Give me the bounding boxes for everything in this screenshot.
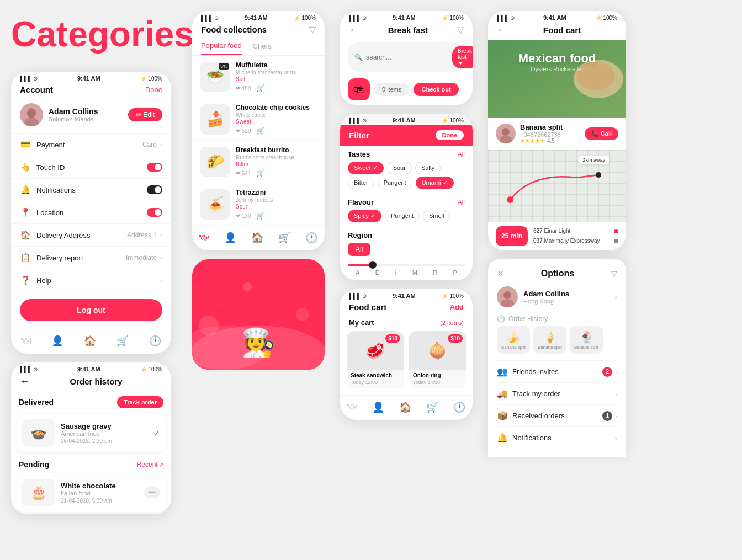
payment-menu-item[interactable]: 💳 Payment Card › [11,133,171,156]
friends-invites-item[interactable]: 👥 Friends invites 2 › [497,360,617,382]
bf-options-icon[interactable]: ▽ [457,25,464,35]
fc-nav-history-icon[interactable]: 🕐 [305,232,317,244]
tastes-all[interactable]: All [458,151,465,158]
tab-popular-food[interactable]: Popular food [201,41,242,55]
cart-bag-icon[interactable]: 🛍 [348,78,370,100]
region-slider[interactable] [348,264,465,266]
bf-back-arrow[interactable]: ← [349,24,359,36]
chip-sour[interactable]: Sour [387,162,412,174]
food-item-muffuletta[interactable]: 🥗 5% Muffuletta Michelin star restaurant… [192,56,325,98]
nav-history-icon[interactable]: 🕐 [149,335,161,347]
order-item-image: 🍲 [22,419,55,447]
order-thumb-1[interactable]: 🍌 Banana split [497,326,530,354]
back-arrow[interactable]: ← [20,376,30,387]
pending-item-chocolate[interactable]: 🎂 White chocolate Italian food 21-04-201… [17,473,166,512]
filter-chip[interactable]: Break fast ▼ [452,46,473,68]
region-letters: A E I M R P [348,269,465,276]
region-m[interactable]: M [412,269,417,276]
call-button[interactable]: 📞 Call [585,127,618,140]
map-back-arrow[interactable]: ← [497,24,507,36]
notifications-options-item[interactable]: 🔔 Notifications › [497,426,617,449]
nav-food-icon[interactable]: 🍽 [21,335,31,347]
region-p[interactable]: P [453,269,457,276]
chip-smell[interactable]: Smell [423,210,451,222]
region-a[interactable]: A [356,269,359,276]
notifications-menu-item[interactable]: 🔔 Notifications [11,178,171,201]
add-to-cart-icon-4[interactable]: 🛒 [256,212,264,220]
chip-salty[interactable]: Salty [415,162,441,174]
nav-cart-icon[interactable]: 🛒 [116,335,129,347]
delivery-address-menu-item[interactable]: 🏠 Delivery Address Address 1 › [11,223,171,246]
touchid-toggle[interactable] [147,163,162,172]
user-name: Adam Collins [49,107,98,116]
order-item-sausage[interactable]: 🍲 Sausage gravy American food 16-04-2018… [17,414,166,452]
fcs-nav-history-icon[interactable]: 🕐 [453,401,465,413]
options-user-row[interactable]: Adam Collins Hong Kong › [497,286,617,307]
all-region-button[interactable]: All [348,243,370,256]
chip-spicy[interactable]: Spicy ✓ [348,210,381,222]
fcs-nav-profile-icon[interactable]: 👤 [372,401,384,413]
options-menu-icon[interactable]: ▽ [611,269,617,278]
bf-search-bar[interactable]: 🔍 Break fast ▼ [348,42,465,72]
cart-item-onion[interactable]: 🧅 $10 Onion ring Today 14:00 [409,331,466,388]
nav-profile-icon[interactable]: 👤 [51,335,63,347]
add-to-cart-icon[interactable]: 🛒 [256,84,264,92]
addr-dot-gray [614,239,618,243]
fc-nav-home-icon[interactable]: 🏠 [251,232,263,244]
add-to-cart-icon-3[interactable]: 🛒 [256,169,264,177]
chip-bitter[interactable]: Bitter [348,177,374,189]
friends-invites-label: Friends invites [512,367,559,376]
more-dots[interactable]: ••• [144,487,160,498]
region-e[interactable]: E [375,269,379,276]
order-history-thumbs: 🍌 Banana split 🍦 Banana split 🍨 Banana s… [497,326,617,354]
nav-home-icon[interactable]: 🏠 [84,335,96,347]
location-toggle[interactable] [147,208,162,217]
order-status-bar: ▌▌▌ ⊙ 9:41 AM ⚡ 100% [11,362,171,374]
cart-items-button[interactable]: 0 items [374,83,409,96]
add-to-cart-icon-2[interactable]: 🛒 [256,127,264,135]
fcs-nav-food-icon[interactable]: 🍽 [347,402,357,413]
search-input[interactable] [366,54,449,61]
location-icon: 📍 [20,207,31,217]
notifications-toggle[interactable] [147,185,162,194]
order-thumb-3[interactable]: 🍨 Banana split [570,326,603,354]
pending-item-date: 21-04-2018, 5:30 am [61,498,139,504]
chip-pungent[interactable]: Pungent [378,177,412,189]
help-menu-item[interactable]: ❓ Help › [11,269,171,291]
flavour-all[interactable]: All [458,199,465,206]
food-item-burrito[interactable]: 🌮 Breakfast burrito Ruth's chris steakho… [192,141,325,183]
taste-chips-row2: Bitter Pungent Umami ✓ [348,177,465,189]
fc-nav-profile-icon[interactable]: 👤 [224,232,236,244]
touchid-menu-item[interactable]: 👆 Touch ID [11,156,171,178]
track-order-button[interactable]: Track order [117,396,163,408]
region-r[interactable]: R [433,269,437,276]
track-my-order-item[interactable]: 🚚 Track my order › [497,382,617,404]
tab-chefs[interactable]: Chefs [253,42,272,55]
chip-pungent-f[interactable]: Pungent [385,210,420,222]
fcs-nav-home-icon[interactable]: 🏠 [399,401,411,413]
flavour-chips: Spicy ✓ Pungent Smell [348,210,465,222]
fcs-add-button[interactable]: Add [450,303,464,311]
food-item-tetrazzini[interactable]: 🍝 Tetrazzini Johnny rockets Sour ❤ 130 🛒 [192,183,325,226]
region-i[interactable]: I [395,269,396,276]
recent-link[interactable]: Recent > [137,461,163,468]
done-button[interactable]: Done [145,86,162,94]
logout-button[interactable]: Log out [20,299,162,321]
chip-umami[interactable]: Umami ✓ [416,177,454,189]
received-orders-item[interactable]: 📦 Received orders 1 › [497,404,617,426]
fcs-nav-cart-icon[interactable]: 🛒 [426,401,438,413]
location-menu-item[interactable]: 📍 Location [11,201,171,223]
chip-sweet[interactable]: Sweet ✓ [348,162,384,174]
filter-done-button[interactable]: Done [436,130,464,140]
fc-nav-food-icon[interactable]: 🍽 [199,232,209,244]
checkout-button[interactable]: Check out [414,83,458,96]
delivery-report-menu-item[interactable]: 📋 Delivery report Immediate › [11,246,171,269]
order-thumb-2[interactable]: 🍦 Banana split [533,326,566,354]
fc-options-icon[interactable]: ▽ [309,24,316,35]
edit-button[interactable]: ✏ Edit [128,108,162,121]
received-arrow: › [614,412,617,420]
close-button[interactable]: ✕ [497,268,504,279]
food-item-cookies[interactable]: 🍰 Chocolate chip cookies White castle Sw… [192,98,325,141]
cart-item-steak[interactable]: 🥩 $10 Steak sandwich Today 12:00 [347,331,404,388]
fc-nav-cart-icon[interactable]: 🛒 [278,232,290,244]
